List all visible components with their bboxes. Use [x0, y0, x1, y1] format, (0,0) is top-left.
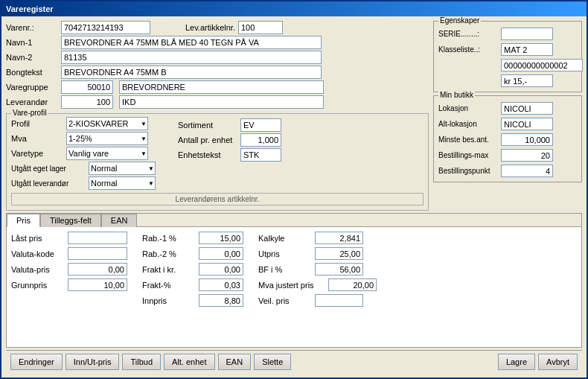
- lokasjon-label: Lokasjon: [438, 104, 498, 112]
- serie-label: SERIE........:: [438, 30, 498, 38]
- varenr-input[interactable]: [61, 21, 150, 34]
- rab1-label: Rab.-1 %: [142, 234, 196, 243]
- utgatt-lager-label: Utgått eget lager: [11, 165, 86, 173]
- minbutikk-box: Min butikk Lokasjon Alt-lokasjon Minste …: [433, 95, 582, 182]
- leverandor-label: Leverandør: [6, 98, 58, 106]
- egenskaper-title: Egenskaper: [438, 16, 481, 25]
- innpris-label: Innpris: [142, 296, 196, 305]
- klasseliste-input[interactable]: [501, 43, 553, 56]
- varegruppe-name-input[interactable]: [119, 80, 324, 94]
- veil-label: Veil. pris: [258, 296, 312, 305]
- mva-justert-label: Mva justert pris: [258, 281, 325, 290]
- grunnpris-label: Grunnpris: [11, 281, 65, 290]
- frakt-pct-input[interactable]: [199, 278, 243, 291]
- levanr-input[interactable]: [238, 21, 283, 34]
- kalkyle-label: Kalkyle: [258, 234, 312, 243]
- valuta-pris-input[interactable]: [68, 263, 127, 276]
- veil-input[interactable]: [315, 294, 363, 307]
- pris-tab-content: Låst pris Valuta-kode Valuta-pris G: [7, 227, 581, 347]
- valuta-pris-label: Valuta-pris: [11, 265, 65, 274]
- enhetstekst-input[interactable]: [240, 148, 281, 162]
- profil-label: Profil: [11, 119, 63, 128]
- grunnpris-input[interactable]: [68, 278, 127, 291]
- valuta-kode-input[interactable]: [68, 247, 127, 260]
- bestpunkt-input[interactable]: [501, 165, 553, 177]
- leverandor-name-input[interactable]: [119, 95, 324, 109]
- tab-pris[interactable]: Pris: [7, 214, 40, 227]
- egenskaper-box: Egenskaper SERIE........: Klasseliste..:: [433, 21, 582, 92]
- valuta-kode-label: Valuta-kode: [11, 249, 65, 258]
- alt-enhet-button[interactable]: Alt. enhet: [164, 354, 214, 370]
- last-pris-label: Låst pris: [11, 234, 65, 243]
- alt-lokasjon-label: Alt-lokasjon: [438, 120, 498, 128]
- utgatt-lager-select[interactable]: Normal: [89, 162, 156, 175]
- navn1-label: Navn-1: [6, 38, 58, 47]
- vareregister-window: Vareregister Varenr.: Lev.artikkelnr. Na…: [0, 0, 588, 379]
- vareprofil-title: Vare-profil: [11, 109, 48, 117]
- frakt-pct-label: Frakt-%: [142, 281, 196, 290]
- profil-select[interactable]: 2-KIOSKVARER: [66, 117, 148, 130]
- kalkyle-input[interactable]: [315, 232, 363, 244]
- ean-button[interactable]: EAN: [218, 354, 252, 370]
- rab2-input[interactable]: [199, 247, 243, 260]
- varegruppe-input[interactable]: [61, 80, 113, 94]
- serie-input[interactable]: [501, 28, 553, 40]
- inn-ut-button[interactable]: Inn/Ut-pris: [65, 354, 120, 370]
- bottom-buttons: Endringer Inn/Ut-pris Tilbud Alt. enhet …: [6, 350, 582, 373]
- frakt-kr-label: Frakt i kr.: [142, 265, 196, 274]
- sortiment-input[interactable]: [240, 118, 281, 132]
- tab-tilleggs[interactable]: Tilleggs-felt: [40, 214, 101, 227]
- mva-label: Mva: [11, 134, 63, 143]
- mva-justert-input[interactable]: [328, 278, 377, 291]
- endringer-button[interactable]: Endringer: [10, 354, 63, 370]
- minbutikk-title: Min butikk: [438, 91, 475, 99]
- bfi-input[interactable]: [315, 263, 363, 276]
- utgatt-lev-label: Utgått leverandør: [11, 179, 86, 188]
- lokasjon-input[interactable]: [501, 102, 553, 115]
- antall-label: Antall pr. enhet: [178, 136, 237, 144]
- minste-label: Minste bes.ant.: [438, 136, 498, 144]
- navn1-input[interactable]: [61, 36, 322, 49]
- navn2-label: Navn-2: [6, 53, 58, 62]
- utgatt-lev-select[interactable]: Normal: [89, 176, 156, 190]
- utpris-label: Utpris: [258, 249, 312, 258]
- innpris-input[interactable]: [199, 294, 243, 307]
- minste-input[interactable]: [501, 133, 553, 146]
- lev-art-label: Leverandørens artikkelnr.: [11, 193, 424, 206]
- eg-field3-input[interactable]: [501, 59, 583, 71]
- antall-input[interactable]: [240, 133, 281, 147]
- varenr-label: Varenr.:: [6, 23, 58, 32]
- utpris-input[interactable]: [315, 247, 363, 260]
- tab-ean[interactable]: EAN: [101, 214, 138, 227]
- last-pris-input[interactable]: [68, 232, 127, 244]
- tab-bar: Pris Tilleggs-felt EAN: [7, 214, 581, 227]
- bongtekst-label: Bongtekst: [6, 68, 58, 77]
- avbryt-button[interactable]: Avbryt: [538, 354, 578, 370]
- tabs-section: Pris Tilleggs-felt EAN Låst pris Valuta-…: [6, 213, 582, 348]
- bestmax-label: Bestillings-max: [438, 151, 498, 159]
- eg-field4-input[interactable]: [501, 74, 553, 87]
- leverandor-input[interactable]: [61, 95, 113, 109]
- bestpunkt-label: Bestillingspunkt: [438, 167, 498, 175]
- slette-button[interactable]: Slette: [254, 354, 291, 370]
- frakt-kr-input[interactable]: [199, 263, 243, 276]
- tilbud-button[interactable]: Tilbud: [122, 354, 161, 370]
- alt-lokasjon-input[interactable]: [501, 118, 553, 130]
- window-title: Vareregister: [6, 4, 54, 13]
- bongtekst-input[interactable]: [61, 66, 322, 79]
- bestmax-input[interactable]: [501, 149, 553, 162]
- sortiment-label: Sortiment: [178, 121, 237, 130]
- rab2-label: Rab.-2 %: [142, 249, 196, 258]
- navn2-input[interactable]: [61, 51, 322, 64]
- levanr-label: Lev.artikkelnr.: [176, 23, 235, 32]
- bfi-label: BF i %: [258, 265, 312, 274]
- varetype-label: Varetype: [11, 149, 63, 158]
- mva-select[interactable]: 1-25%: [66, 132, 148, 145]
- title-bar: Vareregister: [1, 1, 587, 16]
- varegruppe-label: Varegruppe: [6, 83, 58, 92]
- enhetstekst-label: Enhetstekst: [178, 150, 237, 159]
- varetype-select[interactable]: Vanlig vare: [66, 147, 148, 160]
- klasseliste-label: Klasseliste..:: [438, 45, 498, 54]
- lagre-button[interactable]: Lagre: [498, 354, 535, 370]
- rab1-input[interactable]: [199, 232, 243, 244]
